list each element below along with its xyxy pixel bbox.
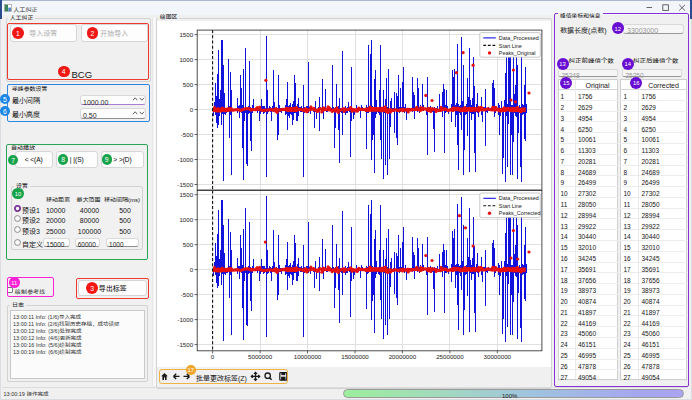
svg-text:500: 500 bbox=[183, 241, 194, 248]
svg-text:-1500: -1500 bbox=[177, 341, 193, 348]
svg-text:Data_Processed: Data_Processed bbox=[499, 195, 539, 201]
svg-text:500: 500 bbox=[183, 81, 194, 88]
svg-text:20000000: 20000000 bbox=[389, 353, 417, 360]
svg-text:Start Line: Start Line bbox=[499, 43, 522, 49]
svg-text:Data_Processed: Data_Processed bbox=[499, 35, 539, 41]
svg-text:-500: -500 bbox=[181, 131, 194, 138]
svg-text:0: 0 bbox=[190, 266, 194, 273]
svg-text:-500: -500 bbox=[181, 291, 194, 298]
svg-text:-1500: -1500 bbox=[177, 181, 193, 188]
svg-text:Peaks_Original: Peaks_Original bbox=[499, 50, 536, 56]
svg-text:1500: 1500 bbox=[179, 191, 193, 198]
svg-text:0: 0 bbox=[211, 353, 215, 360]
svg-text:Start Line: Start Line bbox=[499, 203, 522, 209]
svg-text:-1000: -1000 bbox=[177, 156, 193, 163]
svg-text:10000000: 10000000 bbox=[294, 353, 322, 360]
svg-text:1000: 1000 bbox=[179, 56, 193, 63]
svg-text:25000000: 25000000 bbox=[436, 353, 464, 360]
svg-text:1500: 1500 bbox=[179, 31, 193, 38]
svg-text:-1000: -1000 bbox=[177, 316, 193, 323]
svg-text:1000: 1000 bbox=[179, 216, 193, 223]
svg-text:5000000: 5000000 bbox=[248, 353, 273, 360]
svg-text:30000000: 30000000 bbox=[484, 353, 512, 360]
svg-text:0: 0 bbox=[190, 106, 194, 113]
svg-text:15000000: 15000000 bbox=[341, 353, 369, 360]
svg-text:Peaks_Corrected: Peaks_Corrected bbox=[499, 210, 541, 216]
